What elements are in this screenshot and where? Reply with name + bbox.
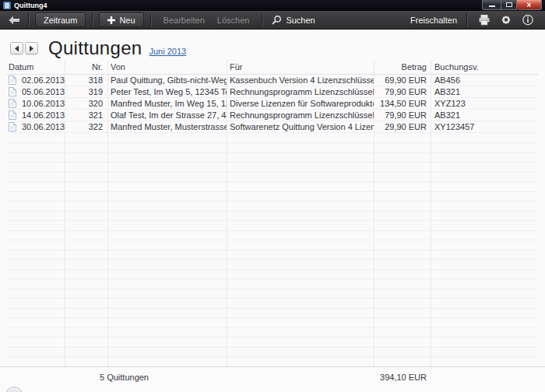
window-title: Quittung4: [14, 0, 47, 11]
printer-icon[interactable]: [478, 14, 490, 26]
page-header: Quittungen Juni 2013: [10, 37, 186, 59]
table-row[interactable]: 30.06.2013 322 Manfred Muster, Musterstr…: [6, 121, 538, 133]
toolbar-separator: [92, 13, 93, 26]
gear-icon[interactable]: [500, 14, 512, 26]
status-bar: 5 Quittungen 394,10 EUR: [0, 366, 545, 392]
toolbar-separator: [28, 13, 29, 26]
plus-icon: [107, 16, 115, 24]
zeitraum-button[interactable]: Zeitraum: [35, 12, 86, 27]
document-icon: [9, 87, 16, 96]
column-header-fuer[interactable]: Für: [227, 61, 374, 74]
datum-text: 14.06.2013: [22, 110, 65, 121]
table-row[interactable]: 10.06.2013 320 Manfred Muster, Im Weg 15…: [6, 98, 538, 110]
datum-text: 05.06.2013: [22, 86, 65, 97]
toolbar-separator: [150, 13, 151, 26]
cell-betrag: 79,90 EUR: [374, 86, 431, 97]
cell-betrag: 79,90 EUR: [374, 110, 431, 121]
back-arrow-icon[interactable]: [8, 16, 20, 25]
cell-datum: 10.06.2013: [6, 98, 65, 109]
chevron-right-icon: [29, 45, 34, 52]
datum-text: 10.06.2013: [22, 98, 65, 109]
minimize-icon: [489, 5, 495, 7]
cell-datum: 02.06.2013: [6, 75, 65, 86]
cell-buchungsv: AB321: [431, 110, 538, 121]
cell-nr: 320: [65, 98, 107, 109]
prev-period-button[interactable]: [10, 42, 23, 54]
empty-rows-grid: [6, 134, 538, 366]
cell-datum: 05.06.2013: [6, 86, 65, 97]
cell-fuer: Rechnungsprogramm Lizenzschlüssel: [227, 110, 374, 121]
cell-nr: 322: [65, 121, 107, 132]
close-button[interactable]: ×: [517, 0, 542, 10]
table-header: Datum Nr. Von Für Betrag Buchungsv.: [6, 61, 538, 75]
cell-betrag: 134,50 EUR: [374, 98, 431, 109]
cell-von: Olaf Test, Im der Strasse 27, 43210...: [107, 110, 227, 121]
cell-fuer: Kassenbuch Version 4 Lizenzschlüssel: [227, 75, 374, 86]
cell-datum: 30.06.2013: [6, 121, 65, 132]
column-header-von[interactable]: Von: [107, 61, 227, 74]
receipt-count: 5 Quittungen: [100, 373, 149, 382]
table-row[interactable]: 02.06.2013 318 Paul Quittung, Gibts-nich…: [6, 75, 538, 86]
column-header-nr[interactable]: Nr.: [65, 61, 107, 74]
document-icon: [9, 122, 16, 131]
table-row[interactable]: 14.06.2013 321 Olaf Test, Im der Strasse…: [6, 110, 538, 121]
neu-button[interactable]: Neu: [99, 12, 143, 27]
cell-buchungsv: XY123457: [431, 121, 538, 132]
titlebar: Quittung4 ×: [0, 0, 545, 11]
maximize-button[interactable]: [501, 0, 517, 10]
toolbar-separator: [262, 13, 262, 26]
cell-nr: 318: [65, 75, 107, 86]
app-icon: [3, 2, 11, 9]
close-icon: ×: [527, 1, 532, 9]
period-link[interactable]: Juni 2013: [149, 47, 186, 56]
column-header-datum[interactable]: Datum: [6, 61, 65, 74]
cell-nr: 321: [65, 110, 107, 121]
info-icon[interactable]: [522, 14, 534, 26]
document-icon: [9, 99, 16, 108]
corner-circle-icon: [5, 387, 23, 392]
cell-von: Peter Test, Im Weg 5, 12345 Testha...: [107, 86, 227, 97]
cell-nr: 319: [65, 86, 107, 97]
cell-buchungsv: AB456: [431, 75, 538, 86]
document-icon: [9, 110, 16, 120]
page-title: Quittungen: [48, 37, 142, 59]
cell-buchungsv: XYZ123: [431, 98, 538, 109]
bearbeiten-button[interactable]: Bearbeiten: [157, 16, 211, 25]
search-icon: [272, 15, 282, 25]
suchen-label: Suchen: [286, 16, 315, 25]
cell-von: Manfred Muster, Im Weg 15, 1234...: [107, 98, 227, 109]
table-row[interactable]: 05.06.2013 319 Peter Test, Im Weg 5, 123…: [6, 86, 538, 98]
cell-von: Manfred Muster, Musterstrasse 29,...: [107, 121, 227, 132]
datum-text: 02.06.2013: [22, 75, 65, 86]
neu-label: Neu: [119, 16, 135, 25]
document-icon: [9, 75, 16, 85]
loeschen-button[interactable]: Löschen: [211, 16, 256, 25]
cell-fuer: Softwarenetz Quittung Version 4 Lizenzsc…: [227, 121, 374, 132]
window-controls: ×: [482, 0, 542, 10]
cell-datum: 14.06.2013: [6, 110, 65, 121]
column-header-buchungsv[interactable]: Buchungsv.: [431, 61, 538, 74]
maximize-icon: [506, 2, 512, 7]
cell-fuer: Diverse Lizenzen für Softwareprodukte: [227, 98, 374, 109]
cell-buchungsv: AB321: [431, 86, 538, 97]
chevron-left-icon: [14, 45, 19, 52]
cell-betrag: 29,90 EUR: [374, 121, 431, 132]
content-area: Quittungen Juni 2013 Datum Nr. Von Für B…: [0, 30, 545, 392]
cell-von: Paul Quittung, Gibts-nicht-Weg 7, 9...: [107, 75, 227, 86]
cell-fuer: Rechnungsprogramm Lizenzschlüssel: [227, 86, 374, 97]
column-header-betrag[interactable]: Betrag: [374, 61, 431, 74]
toolbar-separator: [466, 13, 467, 26]
zeitraum-label: Zeitraum: [44, 16, 77, 25]
minimize-button[interactable]: [482, 0, 501, 10]
cell-betrag: 69,90 EUR: [374, 75, 431, 86]
app-window: Quittung4 × Zeitraum Neu Bearbeiten Lösc…: [0, 0, 545, 392]
datum-text: 30.06.2013: [22, 121, 65, 132]
toolbar: Zeitraum Neu Bearbeiten Löschen Suchen F…: [0, 11, 545, 30]
total-amount: 394,10 EUR: [343, 373, 427, 382]
receipts-table: Datum Nr. Von Für Betrag Buchungsv. 02.0…: [6, 61, 538, 366]
suchen-button[interactable]: Suchen: [269, 15, 318, 25]
freischalten-button[interactable]: Freischalten: [407, 16, 460, 25]
next-period-button[interactable]: [25, 42, 38, 54]
toolbar-right-group: Freischalten: [407, 13, 539, 26]
